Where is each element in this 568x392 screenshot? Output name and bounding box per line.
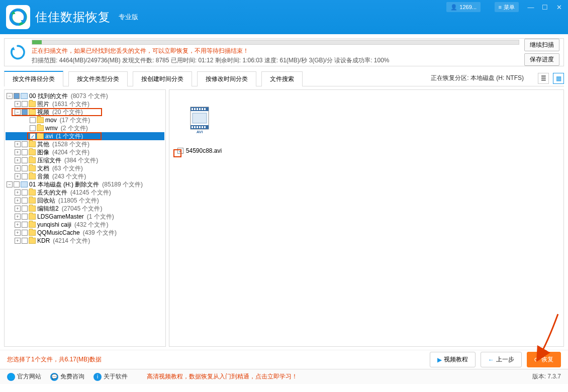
checkbox[interactable] [22, 230, 28, 236]
collapse-icon[interactable]: − [7, 93, 13, 99]
checkbox[interactable] [22, 189, 28, 195]
view-list-button[interactable]: ☰ [538, 73, 549, 84]
tree-row-lost[interactable]: + 丢失的文件 (41245 个文件) [6, 188, 164, 197]
checkbox[interactable] [22, 214, 28, 220]
tree-row-zip[interactable]: + 压缩文件 (384 个文件) [6, 156, 164, 164]
tab-by-modified[interactable]: 按修改时间分类 [197, 71, 256, 86]
tree-row-audio[interactable]: + 音频 (243 个文件) [6, 172, 164, 180]
tree-row-kdr[interactable]: + KDR (4214 个文件) [6, 237, 164, 245]
expand-icon[interactable]: + [15, 141, 21, 147]
expand-icon[interactable]: + [15, 230, 21, 236]
status-buttons: 继续扫描 保存进度 [524, 39, 559, 66]
folder-icon [29, 101, 36, 107]
continue-scan-button[interactable]: 继续扫描 [524, 39, 559, 51]
menu-chip[interactable]: ≡ 菜单 [495, 2, 519, 12]
checkbox[interactable] [22, 101, 28, 107]
tree-count: (17 个文件) [60, 116, 90, 125]
checkbox[interactable] [22, 157, 28, 163]
svg-rect-18 [204, 126, 206, 128]
folder-icon [29, 230, 36, 236]
tree-row-avi[interactable]: avi (1 个文件) [6, 132, 164, 140]
close-button[interactable]: ✕ [552, 2, 566, 12]
svg-rect-5 [192, 108, 193, 110]
recover-label: 恢复 [541, 355, 553, 364]
tree-row-other[interactable]: + 其他 (1528 个文件) [6, 140, 164, 148]
logo-block: 佳佳数据恢复 专业版 [6, 5, 138, 29]
checkbox[interactable] [22, 198, 28, 204]
tab-by-created[interactable]: 按创建时间分类 [133, 71, 192, 86]
tab-search[interactable]: 文件搜索 [261, 71, 303, 86]
file-checkbox[interactable] [177, 148, 183, 154]
tab-by-type[interactable]: 按文件类型分类 [68, 71, 128, 86]
prev-step-label: 上一步 [496, 355, 514, 364]
checkbox[interactable] [14, 181, 20, 187]
checkbox[interactable] [22, 165, 28, 171]
expand-icon[interactable]: + [15, 206, 21, 212]
chat-icon: 💬 [50, 373, 58, 381]
tree-row-qq[interactable]: + QQMusicCache (439 个文件) [6, 229, 164, 237]
minimize-button[interactable]: — [524, 2, 538, 12]
expand-icon[interactable]: + [15, 149, 21, 155]
recover-button[interactable]: ⟳ 恢复 [527, 352, 561, 367]
tree-pane[interactable]: − 00 找到的文件 (8073 个文件) + 照片 (1631 个文件) − … [4, 89, 166, 347]
footer-actions: 您选择了1个文件，共6.17(MB)数据 ▶ 视频教程 ← 上一步 ⟳ 恢复 [0, 350, 568, 369]
account-chip[interactable]: 👤 1269... [446, 2, 481, 12]
expand-icon[interactable]: + [15, 101, 21, 107]
expand-icon[interactable]: + [15, 189, 21, 195]
folder-icon [37, 117, 44, 123]
tree-row-photos[interactable]: + 照片 (1631 个文件) [6, 100, 164, 108]
svg-text:AVI: AVI [197, 130, 203, 134]
tab-by-path[interactable]: 按文件路径分类 [4, 71, 63, 86]
expand-icon[interactable]: + [15, 238, 21, 244]
tree-row-yun[interactable]: + yunqishi caiji (432 个文件) [6, 221, 164, 229]
app-title: 佳佳数据恢复 [35, 9, 111, 25]
expand-icon[interactable]: + [15, 198, 21, 204]
tree-row-image[interactable]: + 图像 (4204 个文件) [6, 148, 164, 156]
checkbox[interactable] [30, 117, 36, 123]
checkbox[interactable] [22, 222, 28, 228]
checkbox[interactable] [22, 238, 28, 244]
video-tutorial-button[interactable]: ▶ 视频教程 [430, 352, 476, 367]
checkbox[interactable] [14, 93, 20, 99]
expand-icon[interactable]: + [15, 165, 21, 171]
maximize-button[interactable]: ☐ [538, 2, 552, 12]
tree-row-recycle[interactable]: + 回收站 (11805 个文件) [6, 197, 164, 205]
about-link[interactable]: i 关于软件 [93, 372, 128, 381]
tree-row-wmv[interactable]: wmv (2 个文件) [6, 124, 164, 132]
official-site-link[interactable]: 🌐 官方网站 [7, 372, 41, 381]
expand-icon[interactable]: + [15, 173, 21, 179]
expand-icon[interactable]: + [15, 157, 21, 163]
tree-row-lds[interactable]: + LDSGameMaster (1 个文件) [6, 213, 164, 221]
folder-icon [29, 238, 36, 244]
checkbox[interactable] [22, 149, 28, 155]
free-consult-link[interactable]: 💬 免费咨询 [50, 372, 84, 381]
folder-icon [29, 109, 36, 115]
tree-row-root-deleted[interactable]: − 01 本地磁盘 (H:) 删除文件 (85189 个文件) [6, 180, 164, 188]
checkbox[interactable] [22, 173, 28, 179]
file-item[interactable]: AVI 54590c88.avi [174, 95, 225, 154]
save-progress-button[interactable]: 保存进度 [524, 53, 559, 66]
folder-icon [29, 214, 36, 220]
tree-count: (4204 个文件) [52, 148, 89, 157]
tree-row-doc[interactable]: + 文档 (63 个文件) [6, 164, 164, 172]
tree-label: 00 找到的文件 [29, 92, 68, 101]
file-pane[interactable]: AVI 54590c88.avi [169, 89, 564, 347]
tree-label: 回收站 [37, 197, 55, 205]
view-grid-button[interactable]: ▦ [553, 73, 564, 84]
expand-icon[interactable]: + [15, 214, 21, 220]
checkbox[interactable] [22, 109, 28, 115]
checkbox[interactable] [30, 125, 36, 131]
expand-icon[interactable]: + [15, 222, 21, 228]
prev-step-button[interactable]: ← 上一步 [481, 352, 522, 367]
folder-icon [29, 198, 36, 204]
tree-row-mov[interactable]: mov (17 个文件) [6, 116, 164, 124]
checkbox[interactable] [30, 133, 36, 139]
collapse-icon[interactable]: − [15, 109, 21, 115]
tree-row-root-found[interactable]: − 00 找到的文件 (8073 个文件) [6, 92, 164, 100]
checkbox[interactable] [22, 206, 28, 212]
collapse-icon[interactable]: − [7, 181, 13, 187]
promo-text[interactable]: 高清视频教程，数据恢复从入门到精通，点击立即学习！ [147, 372, 298, 381]
checkbox[interactable] [22, 141, 28, 147]
tree-row-video[interactable]: − 视频 (20 个文件) [6, 108, 164, 116]
tree-row-edit2[interactable]: + 编辑组2 (27045 个文件) [6, 205, 164, 213]
